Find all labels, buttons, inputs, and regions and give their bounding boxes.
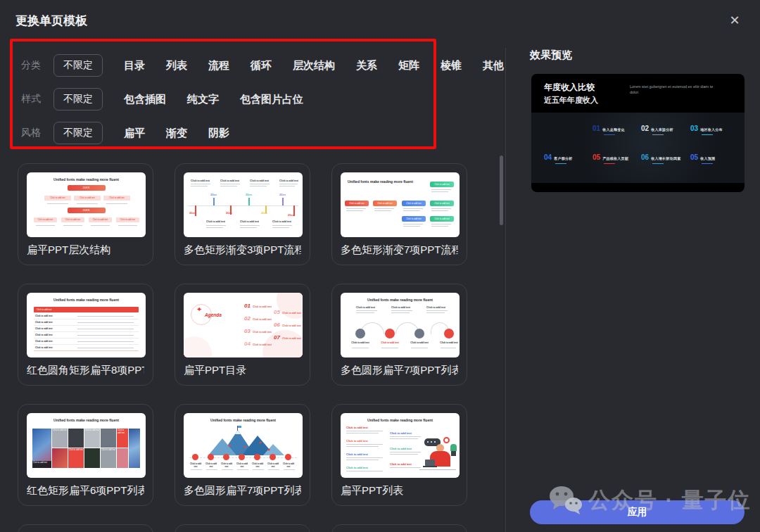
thumb-text: Click to add text [346, 426, 368, 429]
thumb-title: Unified fonts make reading more fluent [27, 298, 146, 302]
slide-item: 01收入总额变化 [593, 125, 625, 135]
thumb-text: Click to add text [235, 462, 249, 468]
template-title: 扁平PPT目录 [184, 364, 301, 377]
thumb-year: 20xx [288, 213, 294, 217]
scrollbar-thumb[interactable] [500, 156, 503, 225]
template-title: 红色圆角矩形扁平8项PPT... [27, 364, 144, 377]
thumb-title: Unified fonts make reading more fluent [27, 418, 146, 422]
filter-chip-unlimited[interactable]: 不限定 [53, 122, 103, 144]
thumb-box: Click to add text [34, 217, 57, 222]
template-thumbnail: Unified fonts make reading more fluent C… [341, 172, 460, 237]
thumb-table-header: Click to add text [34, 307, 139, 312]
agenda-text: Click to add text [253, 318, 272, 321]
thumb-text: Click to add text [266, 462, 280, 468]
filter-option[interactable]: 层次结构 [293, 59, 335, 72]
filter-option[interactable]: 阴影 [208, 127, 229, 140]
mosaic-tile [52, 448, 68, 468]
agenda-text: Click to add text [282, 312, 301, 315]
mosaic-tile: Click to add text [32, 461, 51, 468]
template-card[interactable]: Unified fonts make reading more fluent C… [331, 284, 467, 386]
filter-option[interactable]: 棱锥 [441, 59, 462, 72]
filter-option[interactable]: 扁平 [124, 127, 145, 140]
template-card[interactable]: Click to add text Click to add text Clic… [175, 163, 310, 265]
agenda-text: Click to add text [282, 324, 301, 327]
thumb-box: Click to add text [103, 196, 130, 201]
filter-option[interactable]: 关系 [356, 59, 377, 72]
thumb-year: 20xx [189, 211, 196, 215]
thumb-text: Click to add text [251, 462, 265, 468]
template-card-partial[interactable] [18, 524, 153, 532]
agenda-text: Click to add text [253, 331, 272, 334]
template-card[interactable]: ✦ Agenda 01Click to add text 02Click to … [175, 284, 310, 386]
filter-option[interactable]: 列表 [166, 59, 187, 72]
thumb-text: Click to add text [426, 306, 445, 309]
template-card[interactable]: Unified fonts make reading more fluent C… [18, 404, 153, 506]
thumb-box: Click to add text [44, 196, 71, 201]
preview-title: 效果预览 [530, 49, 572, 62]
filter-option[interactable]: 渐变 [166, 127, 187, 140]
filter-option[interactable]: 循环 [251, 59, 272, 72]
star-icon: ✦ [196, 305, 202, 313]
thumb-box: Click to add text [74, 196, 101, 201]
template-thumbnail: Unified fonts make reading more fluent C… [341, 293, 460, 357]
plant-icon [450, 444, 457, 451]
filter-row-flavor: 风格 不限定 扁平 渐变 阴影 [21, 118, 433, 148]
apply-button[interactable]: 应用 [530, 500, 745, 524]
slide-item: 02收入来源分析 [641, 125, 673, 135]
template-title: 多色圆形扁平7项PPT列表 [341, 364, 458, 377]
filter-option[interactable]: 其他 [483, 59, 504, 72]
mosaic-tile: Click to add text [117, 429, 128, 448]
thumb-box: Click to add text [116, 217, 139, 222]
mountain-graphic [201, 426, 286, 455]
close-icon[interactable]: ✕ [726, 12, 743, 29]
template-card[interactable]: Unified fonts make reading more fluent C… [331, 163, 467, 265]
filter-option[interactable]: 纯文字 [187, 93, 219, 106]
template-thumbnail: Unified fonts make reading more fluent C… [27, 293, 146, 357]
mosaic-tile [117, 448, 128, 468]
thumb-title: Unified fonts make reading more fluent [341, 298, 460, 302]
template-card[interactable]: Unified fonts make reading more fluent 2… [18, 163, 153, 265]
filter-panel: 分类 不限定 目录 列表 流程 循环 层次结构 关系 矩阵 棱锥 其他 样式 不… [10, 39, 436, 149]
thumb-year: 20xx [226, 211, 232, 215]
template-thumbnail: Unified fonts make reading more fluent 2… [27, 172, 146, 237]
plant-pot [451, 451, 456, 456]
slide-item: 04客户群分析 [544, 153, 573, 164]
thumb-text: Click to add text [391, 306, 410, 309]
thumb-text: Click to add text [390, 462, 412, 466]
filter-label: 样式 [21, 93, 45, 106]
thumb-pill: Click to add text [345, 201, 369, 206]
thumb-pill: Click to add text [402, 201, 426, 206]
agenda-num: 03 [244, 328, 251, 334]
template-thumbnail: Unified fonts make reading more fluent C… [341, 413, 460, 478]
filter-option[interactable]: 包含插图 [124, 93, 166, 106]
alert-circle-icon [443, 437, 450, 443]
thumb-year: 20xx [279, 193, 286, 196]
slide-item: 06收入增长驱动因素 [641, 153, 681, 164]
thumb-text: Click to add text [346, 439, 368, 443]
filter-option[interactable]: 流程 [208, 59, 229, 72]
slide-item: 03地区收入分布 [690, 125, 723, 135]
template-card[interactable]: Unified fonts make reading more fluent C… [18, 284, 153, 386]
thumb-year: 20xx [210, 193, 217, 196]
template-card[interactable]: Unified fonts make reading more fluent C… [331, 404, 467, 506]
mosaic-tile: Click to add text [52, 429, 68, 448]
mosaic-tile [129, 429, 140, 468]
template-card-partial[interactable] [331, 524, 467, 532]
mosaic-tile [68, 429, 84, 448]
mosaic-tile: Click to add text [101, 448, 116, 468]
thumb-text: Click to add text [356, 306, 375, 309]
thumb-text: Click to add text [346, 466, 368, 469]
filter-chip-unlimited[interactable]: 不限定 [53, 54, 103, 77]
filter-label: 分类 [21, 59, 45, 72]
filter-option[interactable]: 矩阵 [398, 59, 419, 72]
agenda-num: 02 [244, 315, 251, 322]
filter-label: 风格 [21, 127, 45, 139]
mosaic-tile [101, 429, 116, 448]
template-card[interactable]: Unified fonts make reading more fluent [175, 404, 310, 506]
filter-option[interactable]: 包含图片占位 [240, 93, 303, 106]
filter-chip-unlimited[interactable]: 不限定 [53, 88, 103, 110]
thumb-text: Click to add text [272, 220, 291, 223]
template-grid: Unified fonts make reading more fluent 2… [18, 163, 467, 532]
template-card-partial[interactable] [175, 524, 310, 532]
filter-option[interactable]: 目录 [124, 59, 145, 72]
